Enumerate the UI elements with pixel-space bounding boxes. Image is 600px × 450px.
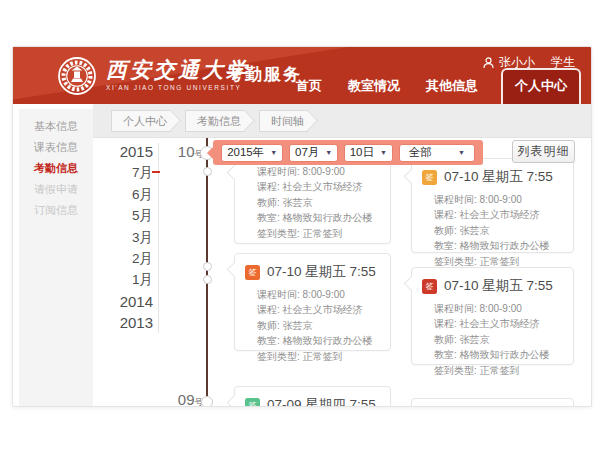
university-emblem-icon: [57, 56, 97, 96]
timeline-node-dot: [201, 396, 213, 407]
timeline-node-dot: [203, 275, 212, 284]
card-field: 签到类型: 正常签到: [257, 226, 380, 241]
card-field: 课程时间: 8:00-9:00: [257, 287, 380, 302]
card-field: 课程: 社会主义市场经济: [434, 316, 563, 331]
axis-month-5[interactable]: 2月: [101, 248, 153, 269]
axis-month-4[interactable]: 3月: [101, 227, 153, 248]
breadcrumb-item-2[interactable]: 时间轴: [259, 110, 308, 132]
day-dropdown-value: 10日: [350, 145, 374, 160]
timeline-day-marker: 10号: [163, 143, 203, 161]
timeline-day-marker: 09号: [163, 391, 203, 407]
card-field: 教室: 格物致知行政办公楼: [257, 210, 380, 225]
nav-item-3[interactable]: 个人中心: [501, 68, 581, 104]
axis-year-0[interactable]: 2015: [101, 141, 153, 162]
attendance-card-r2-right: 签07-10 星期五 7:55课程时间: 8:00-9:00课程: 社会主义市场…: [411, 267, 574, 365]
nav-item-2[interactable]: 其他信息: [413, 69, 491, 104]
stamp-icon: 签: [245, 398, 260, 408]
current-month-tick: [152, 171, 160, 173]
card-date-label: 07-10 星期五 7:55: [444, 277, 553, 295]
card-fields: 课程时间: 8:00-9:00课程: 社会主义市场经济教师: 张芸京教室: 格物…: [235, 152, 390, 250]
axis-month-3[interactable]: 5月: [101, 205, 153, 226]
list-detail-button[interactable]: 列表明细: [512, 140, 575, 163]
day-dropdown[interactable]: 10日 ▼: [344, 144, 393, 162]
card-field: 课程: 社会主义市场经济: [434, 207, 563, 222]
axis-month-1[interactable]: 7月: [101, 162, 153, 183]
breadcrumb-label: 考勤信息: [197, 115, 241, 127]
nav-item-1[interactable]: 教室情况: [335, 69, 413, 104]
type-dropdown[interactable]: 全部 ▼: [399, 144, 475, 162]
year-dropdown[interactable]: 2015年 ▼: [221, 144, 283, 162]
card-field: 课程: 社会主义市场经济: [257, 179, 380, 194]
breadcrumb-item-1[interactable]: 考勤信息: [185, 110, 245, 132]
chevron-down-icon: ▼: [270, 149, 277, 156]
sidebar-item-1[interactable]: 课表信息: [19, 137, 93, 158]
timeline-line: [206, 138, 208, 406]
breadcrumb: 个人中心考勤信息时间轴: [93, 104, 591, 138]
sidebar-item-3[interactable]: 请假申请: [19, 179, 93, 200]
type-dropdown-value: 全部: [409, 145, 432, 160]
card-date-label: 07-09 星期四 7:55: [267, 396, 376, 407]
sidebar: 基本信息课表信息考勤信息请假申请订阅信息: [19, 109, 93, 406]
card-field: 教师: 张芸京: [257, 318, 380, 333]
card-fields: 课程时间: 8:00-9:00课程: 社会主义市场经济教师: 张芸京教室: 格物…: [412, 298, 573, 387]
axis-year-8[interactable]: 2013: [101, 312, 153, 333]
stamp-icon: 签: [245, 265, 260, 280]
chevron-down-icon: ▼: [325, 149, 332, 156]
card-field: 教师: 张芸京: [434, 223, 563, 238]
card-field: 教室: 格物致知行政办公楼: [434, 238, 563, 253]
axis-month-6[interactable]: 1月: [101, 269, 153, 290]
attendance-card-r2-left: 签07-10 星期五 7:55课程时间: 8:00-9:00课程: 社会主义市场…: [234, 253, 391, 351]
breadcrumb-label: 个人中心: [123, 115, 167, 127]
breadcrumb-item-0[interactable]: 个人中心: [111, 110, 171, 132]
card-field: 签到类型: 正常签到: [257, 349, 380, 364]
sidebar-item-4[interactable]: 订阅信息: [19, 200, 93, 221]
timeline-axis: 20157月6月5月3月2月1月20142013: [101, 141, 153, 334]
app-header: 西安交通大学 XI'AN JIAO TONG UNIVERSITY 考勤服务 张…: [13, 47, 591, 104]
card-field: 课程时间: 8:00-9:00: [434, 301, 563, 316]
card-field: 教室: 格物致知行政办公楼: [434, 347, 563, 362]
sidebar-item-0[interactable]: 基本信息: [19, 116, 93, 137]
card-field: 教室: 格物致知行政办公楼: [257, 333, 380, 348]
chevron-down-icon: ▼: [458, 149, 465, 156]
card-date-label: 07-10 星期五 7:55: [267, 263, 376, 281]
main-nav: 首页教室情况其他信息个人中心: [283, 68, 581, 104]
stamp-icon: 签: [422, 170, 437, 185]
card-fields: 课程时间: 8:00-9:00课程: 社会主义市场经济教师: 张芸京教室: 格物…: [412, 189, 573, 278]
page: 西安交通大学 XI'AN JIAO TONG UNIVERSITY 考勤服务 张…: [0, 0, 600, 450]
month-dropdown[interactable]: 07月 ▼: [289, 144, 338, 162]
breadcrumb-label: 时间轴: [271, 115, 304, 127]
timeline-node-dot: [203, 262, 212, 271]
card-header: 签07-10 星期五 7:55: [235, 254, 390, 284]
axis-month-2[interactable]: 6月: [101, 184, 153, 205]
card-fields: 课程时间: 8:00-9:00课程: 社会主义市场经济教师: 张芸京教室: 格物…: [235, 284, 390, 373]
axis-year-7[interactable]: 2014: [101, 291, 153, 312]
chevron-down-icon: ▼: [380, 149, 387, 156]
card-field: 课程时间: 8:00-9:00: [434, 192, 563, 207]
attendance-card-r1-right: 签07-10 星期五 7:55课程时间: 8:00-9:00课程: 社会主义市场…: [411, 158, 574, 253]
timeline-node-dot: [203, 167, 212, 176]
card-field: 教师: 张芸京: [257, 195, 380, 210]
month-dropdown-value: 07月: [295, 145, 319, 160]
card-date-label: 07-10 星期五 7:55: [444, 168, 553, 186]
card-field: 课程时间: 8:00-9:00: [257, 164, 380, 179]
stamp-icon: 签: [422, 279, 437, 294]
card-field: 教师: 张芸京: [434, 332, 563, 347]
nav-item-0[interactable]: 首页: [283, 69, 335, 104]
card-header: 签07-09 星期四 7:55: [235, 387, 390, 407]
sidebar-item-2[interactable]: 考勤信息: [19, 158, 93, 179]
university-logo: 西安交通大学 XI'AN JIAO TONG UNIVERSITY: [57, 56, 250, 96]
card-header: 签07-10 星期五 7:55: [412, 268, 573, 298]
user-icon: [483, 57, 494, 69]
attendance-card-r3-left: 签07-09 星期四 7:55: [234, 386, 391, 407]
card-field: 签到类型: 正常签到: [434, 363, 563, 378]
year-dropdown-value: 2015年: [227, 145, 264, 160]
app-window: 西安交通大学 XI'AN JIAO TONG UNIVERSITY 考勤服务 张…: [12, 46, 592, 407]
card-field: 课程: 社会主义市场经济: [257, 302, 380, 317]
attendance-card-r3-right: [411, 398, 574, 407]
filter-ribbon: 2015年 ▼ 07月 ▼ 10日 ▼ 全部 ▼: [213, 140, 483, 165]
